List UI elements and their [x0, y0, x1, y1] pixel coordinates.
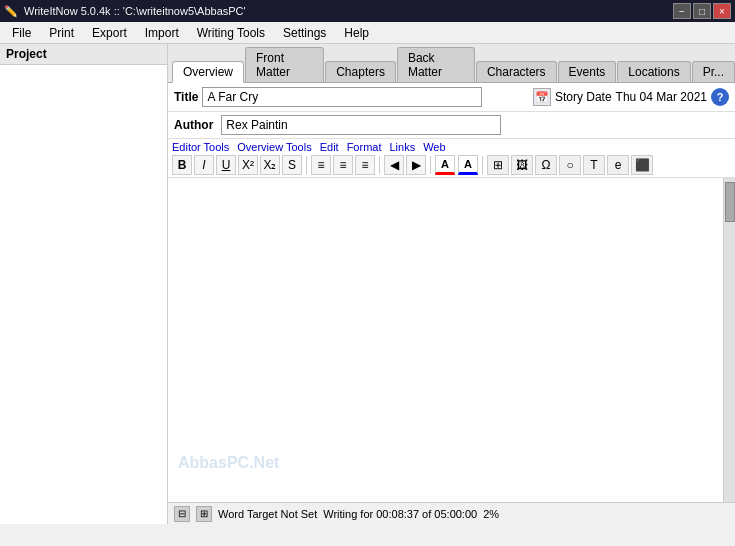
tab-back-matter[interactable]: Back Matter: [397, 47, 475, 82]
symbol-button[interactable]: ○: [559, 155, 581, 175]
strikethrough-button[interactable]: S: [282, 155, 302, 175]
status-bar: ⊟ ⊞ Word Target Not Set Writing for 00:0…: [168, 502, 735, 524]
tab-characters[interactable]: Characters: [476, 61, 557, 82]
author-input[interactable]: [221, 115, 501, 135]
toolbar-sep-3: [430, 156, 431, 174]
title-bar-left: ✏️ WriteItNow 5.0.4k :: 'C:\writeitnow5\…: [4, 5, 246, 18]
minimize-button[interactable]: −: [673, 3, 691, 19]
align-left-button[interactable]: ≡: [311, 155, 331, 175]
window-title: WriteItNow 5.0.4k :: 'C:\writeitnow5\Abb…: [24, 5, 246, 17]
toolbar-sep-4: [482, 156, 483, 174]
menu-bar: FilePrintExportImportWriting ToolsSettin…: [0, 22, 735, 44]
menu-item-file[interactable]: File: [4, 24, 39, 42]
maximize-button[interactable]: □: [693, 3, 711, 19]
align-right-button[interactable]: ≡: [355, 155, 375, 175]
status-icon-1[interactable]: ⊟: [174, 506, 190, 522]
menu-item-settings[interactable]: Settings: [275, 24, 334, 42]
story-date-label: Story Date: [555, 90, 612, 104]
tab-locations[interactable]: Locations: [617, 61, 690, 82]
underline-button[interactable]: U: [216, 155, 236, 175]
tab-overview[interactable]: Overview: [172, 61, 244, 83]
tab-front-matter[interactable]: Front Matter: [245, 47, 324, 82]
toolbar-links-row: Editor Tools Overview Tools Edit Format …: [172, 141, 731, 153]
tabs-bar: OverviewFront MatterChaptersBack MatterC…: [168, 44, 735, 83]
toolbar-sep-1: [306, 156, 307, 174]
editor-toolbar: Editor Tools Overview Tools Edit Format …: [168, 139, 735, 178]
tab-chapters[interactable]: Chapters: [325, 61, 396, 82]
italic-button[interactable]: I: [194, 155, 214, 175]
menu-item-writing-tools[interactable]: Writing Tools: [189, 24, 273, 42]
title-label: Title: [174, 90, 198, 104]
highlight-button[interactable]: A: [458, 155, 478, 175]
title-field-group: Title: [174, 87, 482, 107]
project-label: Project: [6, 47, 47, 61]
author-area: Author: [168, 112, 735, 139]
writing-info: Writing for 00:08:37 of 05:00:00: [323, 508, 477, 520]
app-icon: ✏️: [4, 5, 18, 18]
edit-button[interactable]: e: [607, 155, 629, 175]
toolbar-link-editor-tools[interactable]: Editor Tools: [172, 141, 229, 153]
writing-pct: 2%: [483, 508, 499, 520]
menu-item-print[interactable]: Print: [41, 24, 82, 42]
main-layout: Project OverviewFront MatterChaptersBack…: [0, 44, 735, 524]
scroll-thumb[interactable]: [725, 182, 735, 222]
toolbar-sep-2: [379, 156, 380, 174]
format-bar: B I U X² X₂ S ≡ ≡ ≡ ◀ ▶ A A ⊞ 🖼 Ω ○: [172, 155, 731, 175]
toolbar-link-web[interactable]: Web: [423, 141, 445, 153]
text-button[interactable]: T: [583, 155, 605, 175]
story-date-group: 📅 Story Date Thu 04 Mar 2021 ?: [533, 88, 729, 106]
status-icon-2[interactable]: ⊞: [196, 506, 212, 522]
editor-text-area[interactable]: [168, 178, 723, 502]
sidebar-tree[interactable]: [0, 65, 167, 524]
title-bar-controls: − □ ×: [673, 3, 731, 19]
special-char-button[interactable]: Ω: [535, 155, 557, 175]
tab-events[interactable]: Events: [558, 61, 617, 82]
superscript-button[interactable]: X²: [238, 155, 258, 175]
bold-button[interactable]: B: [172, 155, 192, 175]
close-button[interactable]: ×: [713, 3, 731, 19]
toolbar-link-overview-tools[interactable]: Overview Tools: [237, 141, 311, 153]
extra-button[interactable]: ⬛: [631, 155, 653, 175]
title-author-area: Title 📅 Story Date Thu 04 Mar 2021 ?: [168, 83, 735, 112]
content-area: OverviewFront MatterChaptersBack MatterC…: [168, 44, 735, 524]
story-date-value: Thu 04 Mar 2021: [616, 90, 707, 104]
help-button[interactable]: ?: [711, 88, 729, 106]
picture-button[interactable]: 🖼: [511, 155, 533, 175]
calendar-icon[interactable]: 📅: [533, 88, 551, 106]
title-input[interactable]: [202, 87, 482, 107]
editor-content: AbbasPC.Net: [168, 178, 735, 502]
word-target: Word Target Not Set: [218, 508, 317, 520]
tab-pr-[interactable]: Pr...: [692, 61, 735, 82]
menu-item-help[interactable]: Help: [336, 24, 377, 42]
redo-button[interactable]: ▶: [406, 155, 426, 175]
toolbar-link-edit[interactable]: Edit: [320, 141, 339, 153]
sidebar: Project: [0, 44, 168, 524]
menu-item-import[interactable]: Import: [137, 24, 187, 42]
title-bar: ✏️ WriteItNow 5.0.4k :: 'C:\writeitnow5\…: [0, 0, 735, 22]
toolbar-link-links[interactable]: Links: [389, 141, 415, 153]
editor-scrollbar[interactable]: [723, 178, 735, 502]
undo-button[interactable]: ◀: [384, 155, 404, 175]
sidebar-header: Project: [0, 44, 167, 65]
table-button[interactable]: ⊞: [487, 155, 509, 175]
font-color-button[interactable]: A: [435, 155, 455, 175]
menu-item-export[interactable]: Export: [84, 24, 135, 42]
author-label: Author: [174, 118, 213, 132]
subscript-button[interactable]: X₂: [260, 155, 280, 175]
toolbar-link-format[interactable]: Format: [347, 141, 382, 153]
align-center-button[interactable]: ≡: [333, 155, 353, 175]
